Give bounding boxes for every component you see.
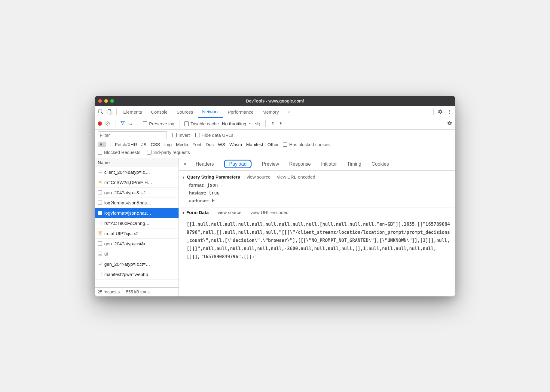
disable-cache-checkbox[interactable]: Disable cache: [184, 121, 219, 126]
hide-data-urls-label: Hide data URLs: [202, 133, 234, 138]
request-row[interactable]: log?format=json&has…: [95, 198, 179, 208]
tab-performance[interactable]: Performance: [224, 106, 258, 118]
filter-funnel-icon[interactable]: [120, 121, 125, 127]
document-file-icon: [98, 221, 102, 225]
tab-overflow[interactable]: »: [284, 106, 295, 118]
query-param-row: format:json: [179, 181, 455, 189]
request-name: client_204?&atyp=i&…: [104, 170, 150, 175]
request-name: log?format=json&has…: [104, 210, 151, 216]
chip-ws[interactable]: WS: [218, 142, 225, 147]
request-list-header[interactable]: Name: [95, 158, 179, 167]
chip-manifest[interactable]: Manifest: [246, 142, 263, 147]
network-conditions-icon[interactable]: [255, 121, 261, 127]
view-source-link[interactable]: view source: [218, 210, 241, 215]
param-key: format:: [189, 182, 205, 188]
kebab-menu-icon[interactable]: [445, 108, 454, 116]
chip-img[interactable]: Img: [164, 142, 172, 147]
hide-data-urls-checkbox[interactable]: Hide data URLs: [195, 133, 234, 138]
script-file-icon: [98, 180, 102, 184]
filter-bar: Invert Hide data URLs All Fetch/XHR JS C…: [95, 130, 455, 158]
document-file-icon: [98, 211, 102, 215]
request-row[interactable]: gen_204?atyp=i&r=1…: [95, 188, 179, 198]
svg-point-8: [259, 124, 260, 125]
request-row[interactable]: client_204?&atyp=i&…: [95, 167, 179, 177]
chip-all[interactable]: All: [98, 142, 106, 147]
chip-doc[interactable]: Doc: [206, 142, 214, 147]
chip-wasm[interactable]: Wasm: [229, 142, 242, 147]
detail-tab-preview[interactable]: Preview: [258, 160, 283, 168]
tab-elements[interactable]: Elements: [119, 106, 146, 118]
preserve-log-checkbox[interactable]: Preserve log: [143, 121, 174, 126]
traffic-lights: [98, 99, 114, 103]
detail-tab-initiator[interactable]: Initiator: [317, 160, 340, 168]
filter-input[interactable]: [98, 131, 167, 139]
settings-gear-icon[interactable]: [436, 108, 445, 116]
detail-tab-timing[interactable]: Timing: [344, 160, 365, 168]
has-blocked-cookies-checkbox[interactable]: Has blocked cookies: [283, 142, 331, 147]
view-url-encoded-link[interactable]: view URL-encoded: [250, 210, 289, 215]
document-file-icon: [98, 241, 102, 246]
chip-media[interactable]: Media: [176, 142, 188, 147]
request-detail: × Headers Payload Preview Response Initi…: [179, 158, 455, 296]
query-param-row: hasfast:true: [179, 189, 455, 197]
tab-network[interactable]: Network: [198, 106, 223, 118]
request-row[interactable]: manifest?pwa=webhp: [95, 269, 179, 280]
chip-fetch-xhr[interactable]: Fetch/XHR: [115, 142, 137, 147]
minimize-window-button[interactable]: [104, 99, 108, 103]
view-source-link[interactable]: view source: [247, 174, 270, 179]
upload-har-icon[interactable]: [270, 121, 275, 126]
clear-icon[interactable]: [105, 121, 110, 126]
svg-rect-10: [280, 125, 282, 125]
request-name: gen_204?atyp=i&r=1…: [104, 190, 151, 195]
chip-js[interactable]: JS: [141, 142, 147, 147]
request-row[interactable]: rs=ACT90oFqOrnng…: [95, 218, 179, 228]
svg-point-5: [449, 113, 450, 114]
detail-tab-cookies[interactable]: Cookies: [368, 160, 393, 168]
document-file-icon: [98, 190, 102, 194]
search-icon[interactable]: [128, 121, 133, 126]
tab-memory[interactable]: Memory: [258, 106, 283, 118]
tab-sources[interactable]: Sources: [173, 106, 197, 118]
detail-tab-response[interactable]: Response: [286, 160, 314, 168]
third-party-checkbox[interactable]: 3rd-party requests: [147, 150, 190, 155]
disable-cache-label: Disable cache: [191, 121, 219, 126]
network-main: Name client_204?&atyp=i&…m=CnSW2d,DPreE,…: [95, 158, 455, 296]
request-name: log?format=json&has…: [104, 200, 151, 205]
transfer-size: 555 kB trans: [123, 288, 153, 296]
view-url-encoded-link[interactable]: view URL-encoded: [277, 174, 315, 179]
invert-checkbox[interactable]: Invert: [172, 133, 190, 138]
param-value: 0: [212, 198, 215, 204]
record-button[interactable]: [98, 121, 102, 126]
request-row[interactable]: m=CnSW2d,DPreE,H…: [95, 177, 179, 188]
request-name: manifest?pwa=webhp: [104, 272, 148, 277]
tab-console[interactable]: Console: [147, 106, 172, 118]
device-toolbar-icon[interactable]: [105, 108, 114, 116]
request-row[interactable]: m=aLUfP?xjs=s2: [95, 228, 179, 239]
request-row[interactable]: gen_204?atyp=csi&r…: [95, 239, 179, 249]
separator: [265, 120, 266, 127]
request-row[interactable]: ui: [95, 249, 179, 259]
query-params-section[interactable]: ▼ Query String Parameters view source vi…: [179, 173, 455, 181]
request-row[interactable]: gen_204?atyp=i&ct=…: [95, 259, 179, 269]
throttling-select[interactable]: No throttling: [222, 121, 252, 126]
chip-font[interactable]: Font: [192, 142, 201, 147]
network-settings-gear-icon[interactable]: [447, 121, 452, 127]
inspect-element-icon[interactable]: [96, 108, 105, 116]
request-row[interactable]: log?format=json&has…: [95, 208, 179, 218]
request-list-footer: 25 requests 555 kB trans: [95, 287, 179, 296]
close-detail-icon[interactable]: ×: [181, 161, 189, 167]
detail-tab-payload[interactable]: Payload: [220, 160, 255, 168]
blocked-requests-label: Blocked Requests: [104, 150, 140, 155]
form-data-section[interactable]: ▼ Form Data view source view URL-encoded: [179, 207, 455, 217]
zoom-window-button[interactable]: [110, 99, 114, 103]
download-har-icon[interactable]: [278, 121, 283, 126]
chip-css[interactable]: CSS: [151, 142, 160, 147]
svg-point-7: [129, 122, 131, 124]
request-name: gen_204?atyp=csi&r…: [104, 241, 150, 246]
detail-tab-headers[interactable]: Headers: [192, 160, 217, 168]
script-file-icon: [98, 231, 102, 235]
param-key: hasfast:: [189, 190, 206, 196]
close-window-button[interactable]: [98, 99, 102, 103]
blocked-requests-checkbox[interactable]: Blocked Requests: [98, 150, 140, 155]
chip-other[interactable]: Other: [267, 142, 279, 147]
